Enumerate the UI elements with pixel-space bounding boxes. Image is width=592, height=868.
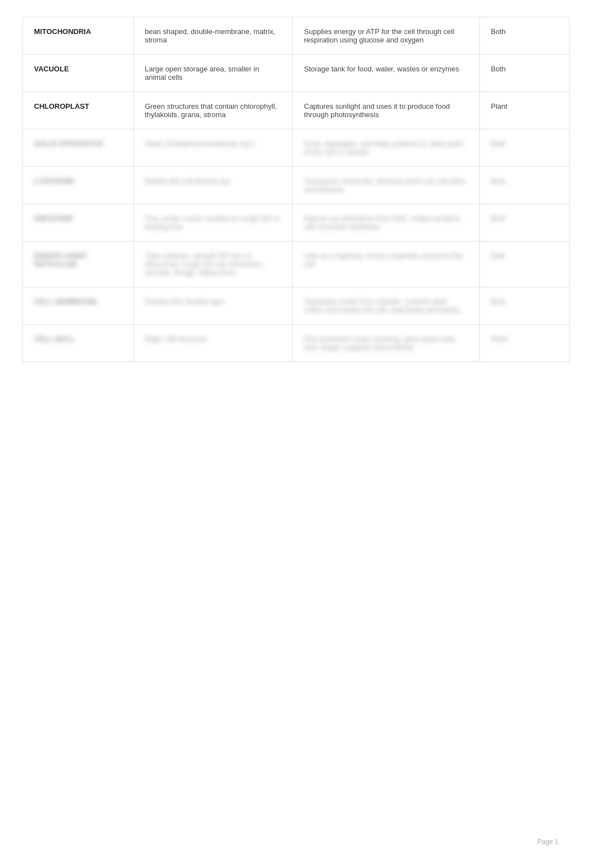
- organelle-structure: Flexible thin double layer: [133, 287, 293, 325]
- organelle-structure: Stack of flattened membrane sacs: [133, 129, 293, 167]
- organelle-name: CELL MEMBRANE: [23, 287, 134, 325]
- organelle-type: Both: [479, 17, 569, 55]
- organelle-structure: Tube network, smooth ER has no ribosomes…: [133, 242, 293, 287]
- organelle-type: Plant: [479, 92, 569, 129]
- table-row: CELL MEMBRANEFlexible thin double layerS…: [23, 287, 570, 325]
- organelle-name: MITOCHONDRIA: [23, 17, 134, 55]
- organelle-function: Firm protective outer covering, gives pl…: [293, 325, 479, 362]
- table-row: ENDOPLASMIC RETICULUMTube network, smoot…: [23, 242, 570, 287]
- table-row: MITOCHONDRIAbean shaped, double-membrane…: [23, 17, 570, 55]
- organelle-type: Plant: [479, 325, 569, 362]
- organelle-structure: Green structures that contain chlorophyl…: [133, 92, 293, 129]
- organelle-function: Transports chemicals, destroys worn-out …: [293, 167, 479, 204]
- table-row: VACUOLELarge open storage area, smaller …: [23, 55, 570, 92]
- organelle-function: Supplies energy or ATP for the cell thro…: [293, 17, 479, 55]
- table-row: CELL WALLRigid, stiff structureFirm prot…: [23, 325, 570, 362]
- organelle-function: Storage tank for food, water, wastes or …: [293, 55, 479, 92]
- organelle-function: Separates inside from outside, controls …: [293, 287, 479, 325]
- organelle-name: CHLOROPLAST: [23, 92, 134, 129]
- organelle-name: CELL WALL: [23, 325, 134, 362]
- organelle-type: Both: [479, 167, 569, 204]
- page-number: Page 1: [537, 838, 559, 846]
- organelle-type: Both: [479, 55, 569, 92]
- organelle-name: RIBOSOME: [23, 204, 134, 242]
- organelle-structure: Rigid, stiff structure: [133, 325, 293, 362]
- table-row: GOLGI APPARATUSStack of flattened membra…: [23, 129, 570, 167]
- organelle-structure: Tiny, small, round, located on rough ER …: [133, 204, 293, 242]
- organelle-name: GOLGI APPARATUS: [23, 129, 134, 167]
- organelle-function: Acts as a highway, moves materials aroun…: [293, 242, 479, 287]
- organelle-function: Sorts, packages, and ships proteins to o…: [293, 129, 479, 167]
- organelle-type: Both: [479, 242, 569, 287]
- organelle-type: Both: [479, 129, 569, 167]
- organelle-name: LYSOSOME: [23, 167, 134, 204]
- organelle-structure: bean shaped, double-membrane, matrix, st…: [133, 17, 293, 55]
- table-row: LYSOSOMEBubble-like membrane sacTranspor…: [23, 167, 570, 204]
- organelle-type: Both: [479, 204, 569, 242]
- organelle-function: Figures out directions from DNA, makes p…: [293, 204, 479, 242]
- organelle-type: Both: [479, 287, 569, 325]
- organelle-function: Captures sunlight and uses it to produce…: [293, 92, 479, 129]
- table-row: RIBOSOMETiny, small, round, located on r…: [23, 204, 570, 242]
- organelle-structure: Bubble-like membrane sac: [133, 167, 293, 204]
- table-row: CHLOROPLASTGreen structures that contain…: [23, 92, 570, 129]
- cell-organelles-table: MITOCHONDRIAbean shaped, double-membrane…: [22, 17, 570, 362]
- organelle-structure: Large open storage area, smaller in anim…: [133, 55, 293, 92]
- organelle-name: ENDOPLASMIC RETICULUM: [23, 242, 134, 287]
- organelle-name: VACUOLE: [23, 55, 134, 92]
